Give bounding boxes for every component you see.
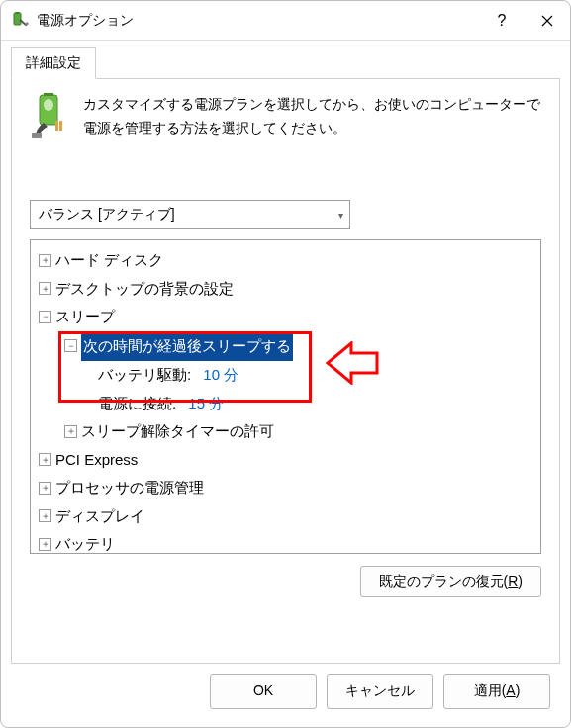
svg-point-5 xyxy=(44,99,53,111)
tree-item-battery[interactable]: ＋ バッテリ xyxy=(35,530,536,554)
ok-button[interactable]: OK xyxy=(210,674,317,709)
expand-icon[interactable]: ＋ xyxy=(39,254,51,267)
collapse-icon[interactable]: － xyxy=(64,339,77,352)
svg-rect-1 xyxy=(16,12,20,14)
tree-item-sleep-after[interactable]: － 次の時間が経過後スリープする xyxy=(35,331,536,362)
expand-icon[interactable]: ＋ xyxy=(64,425,77,438)
apply-button[interactable]: 適用(A) xyxy=(443,674,550,709)
intro-text: カスタマイズする電源プランを選択してから、お使いのコンピューターで電源を管理する… xyxy=(83,93,541,140)
cancel-button[interactable]: キャンセル xyxy=(327,674,433,709)
tree-item-wake-timers[interactable]: ＋ スリープ解除タイマーの許可 xyxy=(35,417,536,446)
close-button[interactable] xyxy=(524,1,570,41)
expand-icon[interactable]: ＋ xyxy=(39,482,51,495)
expand-icon[interactable]: ＋ xyxy=(39,538,51,551)
svg-rect-7 xyxy=(55,121,58,131)
help-button[interactable]: ? xyxy=(479,1,524,41)
expand-icon[interactable]: ＋ xyxy=(39,282,51,295)
svg-point-2 xyxy=(26,22,29,25)
tree-item-display[interactable]: ＋ ディスプレイ xyxy=(35,502,536,531)
tree-item-desktop-bg[interactable]: ＋ デスクトップの背景の設定 xyxy=(35,275,536,304)
settings-tree[interactable]: ＋ ハード ディスク ＋ デスクトップの背景の設定 － スリープ － 次の時間が… xyxy=(30,239,541,554)
svg-rect-0 xyxy=(14,13,21,25)
titlebar: 電源オプション ? xyxy=(1,1,570,41)
tree-item-sleep[interactable]: － スリープ xyxy=(35,303,536,331)
collapse-icon[interactable]: － xyxy=(39,311,51,323)
expand-icon[interactable]: ＋ xyxy=(39,509,51,522)
power-plan-select[interactable]: バランス [アクティブ] ▾ xyxy=(30,200,350,229)
app-icon xyxy=(11,12,29,30)
tree-item-pci-express[interactable]: ＋ PCI Express xyxy=(35,446,536,475)
power-plan-icon xyxy=(30,93,71,140)
power-plan-value: バランス [アクティブ] xyxy=(39,206,175,224)
chevron-down-icon: ▾ xyxy=(338,210,343,221)
svg-rect-6 xyxy=(32,133,42,138)
close-icon xyxy=(541,15,553,27)
tree-item-battery-value[interactable]: バッテリ駆動: 10 分 xyxy=(35,361,536,390)
expand-icon[interactable]: ＋ xyxy=(39,453,51,466)
restore-defaults-button[interactable]: 既定のプランの復元(R) xyxy=(360,566,541,597)
tree-item-ac-value[interactable]: 電源に接続: 15 分 xyxy=(35,390,536,418)
tab-advanced-settings[interactable]: 詳細設定 xyxy=(11,47,96,79)
svg-rect-8 xyxy=(59,121,62,131)
window-title: 電源オプション xyxy=(37,12,479,30)
tree-item-processor[interactable]: ＋ プロセッサの電源管理 xyxy=(35,474,536,502)
svg-rect-4 xyxy=(44,93,53,96)
tree-item-hard-disk[interactable]: ＋ ハード ディスク xyxy=(35,246,536,275)
